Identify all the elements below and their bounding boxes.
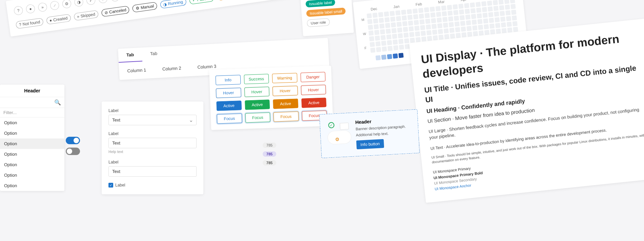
calendar-cell[interactable] xyxy=(455,27,460,32)
banner-info-button[interactable]: Info button xyxy=(356,139,384,149)
calendar-cell[interactable] xyxy=(416,37,421,42)
danger-button-active[interactable]: Active xyxy=(301,97,326,108)
dropdown-search[interactable]: 🔍 xyxy=(0,97,64,108)
calendar-cell[interactable] xyxy=(488,12,494,17)
calendar-cell[interactable] xyxy=(404,32,409,38)
calendar-cell[interactable] xyxy=(487,1,492,6)
calendar-cell[interactable] xyxy=(513,27,518,32)
calendar-cell[interactable] xyxy=(505,4,510,9)
calendar-cell[interactable] xyxy=(473,31,478,36)
calendar-cell[interactable] xyxy=(392,34,397,39)
dropdown-option[interactable]: Option xyxy=(0,180,64,191)
calendar-cell[interactable] xyxy=(478,25,483,30)
calendar-cell[interactable] xyxy=(504,0,509,4)
calendar-cell[interactable] xyxy=(402,21,407,26)
calendar-cell[interactable] xyxy=(454,10,459,15)
calendar-cell[interactable] xyxy=(511,4,516,9)
calendar-cell[interactable] xyxy=(444,28,449,34)
calendar-cell[interactable] xyxy=(453,4,458,9)
calendar-cell[interactable] xyxy=(441,5,446,10)
calendar-cell[interactable] xyxy=(476,7,481,13)
calendar-cell[interactable] xyxy=(426,30,431,35)
calendar-cell[interactable] xyxy=(380,29,385,34)
warning-button-active[interactable]: Active xyxy=(273,98,298,109)
calendar-cell[interactable] xyxy=(373,18,378,23)
warning-button[interactable]: Warning xyxy=(272,73,297,83)
calendar-cell[interactable] xyxy=(512,21,518,26)
calendar-cell[interactable] xyxy=(431,18,436,23)
calendar-cell[interactable] xyxy=(493,0,498,5)
toggle-switch-off[interactable] xyxy=(66,148,80,155)
calendar-cell[interactable] xyxy=(370,42,375,47)
calendar-cell[interactable] xyxy=(495,23,500,28)
calendar-cell[interactable] xyxy=(388,46,393,51)
calendar-cell[interactable] xyxy=(501,22,506,27)
calendar-cell[interactable] xyxy=(390,17,396,22)
calendar-cell[interactable] xyxy=(378,12,383,17)
calendar-cell[interactable] xyxy=(494,12,499,17)
calendar-cell[interactable] xyxy=(460,21,465,26)
calendar-cell[interactable] xyxy=(462,32,467,37)
calendar-cell[interactable] xyxy=(375,36,380,41)
calendar-cell[interactable] xyxy=(385,23,390,28)
calendar-cell[interactable] xyxy=(386,34,391,39)
calendar-cell[interactable] xyxy=(415,26,420,31)
calendar-cell[interactable] xyxy=(376,47,381,52)
calendar-cell[interactable] xyxy=(479,30,484,36)
calendar-cell[interactable] xyxy=(398,33,403,38)
calendar-cell[interactable] xyxy=(401,9,406,15)
form-text-input[interactable]: Text xyxy=(108,166,197,177)
calendar-cell[interactable] xyxy=(426,24,431,29)
calendar-cell[interactable] xyxy=(465,9,470,14)
calendar-cell[interactable] xyxy=(495,17,500,22)
calendar-cell[interactable] xyxy=(437,23,442,28)
dropdown-filter-input[interactable]: Filter... xyxy=(0,108,64,117)
calendar-cell[interactable] xyxy=(484,24,489,29)
calendar-cell[interactable] xyxy=(374,30,379,35)
toggle-switch-on[interactable] xyxy=(66,137,80,144)
calendar-cell[interactable] xyxy=(379,18,384,23)
calendar-cell[interactable] xyxy=(437,18,442,23)
success-button-focus[interactable]: Focus xyxy=(245,112,270,123)
calendar-cell[interactable] xyxy=(420,19,425,24)
calendar-cell[interactable] xyxy=(456,33,461,38)
calendar-cell[interactable] xyxy=(367,13,372,18)
calendar-cell[interactable] xyxy=(478,19,483,24)
calendar-cell[interactable] xyxy=(369,36,374,41)
calendar-cell[interactable] xyxy=(471,14,476,19)
calendar-cell[interactable] xyxy=(507,22,512,27)
success-button[interactable]: Success xyxy=(244,74,269,84)
calendar-cell[interactable] xyxy=(408,20,413,25)
calendar-cell[interactable] xyxy=(467,31,472,37)
calendar-cell[interactable] xyxy=(459,4,464,9)
calendar-cell[interactable] xyxy=(397,27,402,32)
calendar-cell[interactable] xyxy=(470,8,476,13)
calendar-cell[interactable] xyxy=(438,29,443,34)
calendar-cell[interactable] xyxy=(396,10,401,15)
calendar-cell[interactable] xyxy=(464,3,469,8)
calendar-cell[interactable] xyxy=(415,31,420,36)
calendar-cell[interactable] xyxy=(443,17,448,22)
calendar-cell[interactable] xyxy=(461,26,466,31)
calendar-cell[interactable] xyxy=(402,15,407,20)
calendar-cell[interactable] xyxy=(419,14,424,19)
calendar-cell[interactable] xyxy=(413,14,418,19)
calendar-cell[interactable] xyxy=(447,5,452,10)
calendar-cell[interactable] xyxy=(414,20,419,25)
calendar-cell[interactable] xyxy=(476,2,481,7)
calendar-cell[interactable] xyxy=(430,12,436,17)
calendar-cell[interactable] xyxy=(427,36,432,41)
calendar-cell[interactable] xyxy=(502,28,507,33)
form-text-input[interactable]: Text xyxy=(108,138,197,148)
calendar-cell[interactable] xyxy=(444,34,449,39)
calendar-cell[interactable] xyxy=(391,22,396,27)
calendar-cell[interactable] xyxy=(489,23,495,28)
calendar-cell[interactable] xyxy=(385,17,390,22)
calendar-cell[interactable] xyxy=(430,7,435,12)
info-button-focus[interactable]: Focus xyxy=(217,113,242,124)
calendar-cell[interactable] xyxy=(470,2,475,7)
calendar-cell[interactable] xyxy=(512,15,517,20)
calendar-cell[interactable] xyxy=(418,8,423,13)
calendar-cell[interactable] xyxy=(466,20,471,25)
calendar-cell[interactable] xyxy=(421,37,426,42)
